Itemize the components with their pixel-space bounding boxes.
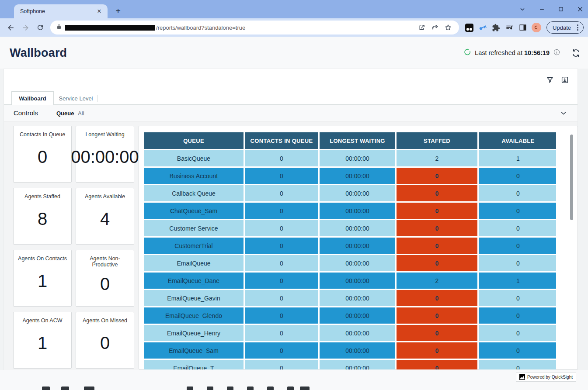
cell-queue: EmailQueue_Gavin: [144, 290, 244, 306]
cell-longest-waiting: 00:00:00: [320, 168, 395, 184]
cell-queue: Callback Queue: [144, 185, 244, 201]
kpi-value: 1: [38, 324, 47, 368]
info-icon[interactable]: [553, 48, 560, 58]
close-icon[interactable]: [576, 5, 585, 14]
cell-queue: EmailQueue_Sam: [144, 342, 244, 359]
cell-staffed: 0: [397, 203, 477, 219]
profile-avatar[interactable]: [529, 21, 543, 34]
cell-queue: CustomerTrial: [144, 238, 244, 254]
cell-available: 0: [479, 220, 556, 236]
table-header-row: QUEUECONTACTS IN QUEUELONGEST WAITINGSTA…: [144, 132, 556, 149]
tab-wallboard-label: Wallboard: [19, 95, 46, 102]
chevron-down-icon[interactable]: [518, 5, 527, 14]
filter-icon[interactable]: [545, 75, 555, 85]
cell-staffed: 0: [397, 185, 477, 201]
kpi-value: 0: [100, 268, 110, 306]
media-queue-icon[interactable]: [503, 21, 516, 34]
cell-available: 0: [479, 185, 556, 201]
cell-available: 0: [479, 290, 556, 306]
kpi-card-longest-waiting: Longest Waiting00:00:00: [76, 126, 134, 183]
last-refreshed-text: Last refreshed at 10:56:19: [475, 49, 550, 56]
cell-contacts-in-queue: 0: [245, 273, 318, 289]
cell-available: 1: [479, 273, 556, 289]
cell-longest-waiting: 00:00:00: [320, 360, 395, 369]
table-row-customer-service: Customer Service000:00:0000: [144, 220, 556, 236]
kpi-card-agents-available: Agents Available4: [76, 188, 134, 245]
tab-close-icon[interactable]: ×: [95, 7, 103, 15]
tab-service-level[interactable]: Service Level: [57, 91, 94, 105]
cell-longest-waiting: 00:00:00: [320, 255, 395, 271]
cell-contacts-in-queue: 0: [245, 168, 318, 184]
key-extension-icon[interactable]: [476, 21, 490, 34]
minimize-icon[interactable]: [537, 5, 546, 14]
cell-contacts-in-queue: 0: [245, 220, 318, 236]
refresh-button[interactable]: [570, 47, 581, 59]
cell-longest-waiting: 00:00:00: [320, 150, 395, 166]
cell-queue: EmailQueue_Dane: [144, 273, 244, 289]
kpi-grid: Contacts In Queue0Longest Waiting00:00:0…: [13, 126, 135, 369]
puzzle-extensions-icon[interactable]: [489, 21, 503, 34]
kpi-card-agents-non-productive: Agents Non-Productive0: [76, 250, 134, 307]
url-path: /reports/wallboard?standalone=true: [156, 24, 415, 31]
table-row-emailqueue-dane: EmailQueue_Dane000:00:0021: [144, 273, 556, 289]
cell-staffed: 0: [397, 342, 477, 359]
cell-available: 0: [479, 360, 556, 369]
controls-collapse-chevron-icon[interactable]: [559, 109, 568, 117]
url-bar[interactable]: /reports/wallboard?standalone=true: [50, 21, 459, 35]
cell-longest-waiting: 00:00:00: [320, 220, 395, 236]
cell-staffed: 0: [397, 290, 477, 306]
table-row-basicqueue: BasicQueue000:00:0021: [144, 150, 556, 166]
forward-icon[interactable]: [18, 21, 33, 34]
cell-contacts-in-queue: 0: [245, 238, 318, 254]
kpi-label: Agents Staffed: [23, 193, 62, 200]
cell-queue: Business Account: [144, 168, 244, 184]
kpi-card-contacts-in-queue: Contacts In Queue0: [13, 126, 72, 183]
back-icon[interactable]: [3, 21, 18, 34]
queue-filter-dropdown[interactable]: Queue All: [56, 110, 84, 117]
maximize-icon[interactable]: [557, 5, 565, 14]
sheet-tabstrip: Wallboard Service Level: [4, 91, 578, 105]
cell-available: 0: [479, 255, 556, 271]
update-button[interactable]: Update: [546, 21, 584, 34]
cell-queue: EmailQueue_T: [144, 360, 244, 369]
kpi-card-agents-on-contacts: Agents On Contacts1: [13, 250, 72, 307]
kebab-menu-icon[interactable]: [575, 24, 581, 31]
cell-contacts-in-queue: 0: [245, 360, 318, 369]
column-header-longest-waiting: LONGEST WAITING: [320, 132, 395, 149]
cell-contacts-in-queue: 0: [245, 307, 318, 324]
kpi-value: 8: [38, 200, 47, 244]
column-header-queue: QUEUE: [144, 132, 244, 149]
cell-available: 0: [479, 342, 556, 359]
open-in-new-icon[interactable]: [415, 21, 428, 34]
share-icon[interactable]: [428, 21, 442, 34]
tab-service-level-label: Service Level: [59, 95, 93, 102]
reload-icon[interactable]: [33, 21, 48, 34]
update-button-label: Update: [553, 24, 571, 31]
table-row-emailqueue-henry: EmailQueue_Henry000:00:0000: [144, 325, 556, 341]
export-download-icon[interactable]: [560, 75, 570, 85]
table-row-emailqueue-sam: EmailQueue_Sam000:00:0000: [144, 342, 556, 359]
bookmark-star-icon[interactable]: [442, 21, 455, 34]
browser-tab[interactable]: Softphone ×: [14, 4, 108, 18]
cell-longest-waiting: 00:00:00: [320, 185, 395, 201]
cell-staffed: 0: [397, 307, 477, 324]
lock-icon[interactable]: [56, 24, 62, 31]
new-tab-button[interactable]: +: [113, 6, 123, 17]
page-header: Wallboard Last refreshed at 10:56:19: [0, 37, 588, 69]
cell-longest-waiting: 00:00:00: [320, 307, 395, 324]
reading-mode-icon[interactable]: [516, 21, 530, 34]
kpi-value: 4: [100, 200, 110, 244]
table-row-customertrial: CustomerTrial000:00:0000: [144, 238, 556, 254]
queue-table: QUEUECONTACTS IN QUEUELONGEST WAITINGSTA…: [143, 131, 556, 369]
domino-extension-icon[interactable]: [463, 21, 476, 34]
cell-queue: EmailQueue: [144, 255, 244, 271]
table-scrollbar-thumb[interactable]: [570, 135, 573, 220]
tab-wallboard[interactable]: Wallboard: [11, 91, 54, 105]
cell-available: 0: [479, 307, 556, 324]
cell-longest-waiting: 00:00:00: [320, 273, 395, 289]
quicksight-badge[interactable]: Powered by QuickSight: [516, 373, 576, 382]
column-header-contacts-in-queue: CONTACTS IN QUEUE: [245, 132, 318, 149]
kpi-card-agents-staffed: Agents Staffed8: [13, 188, 72, 245]
cell-contacts-in-queue: 0: [245, 342, 318, 359]
cell-longest-waiting: 00:00:00: [320, 290, 395, 306]
